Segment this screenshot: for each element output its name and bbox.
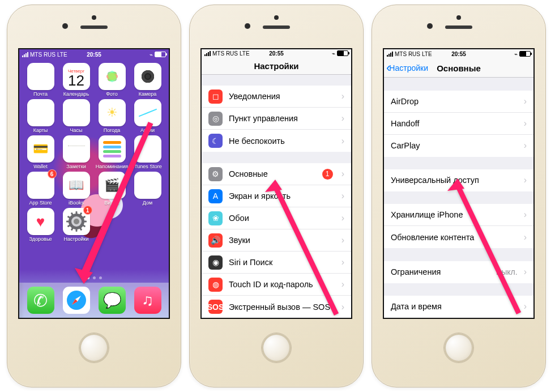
row-label: Дата и время <box>391 302 518 311</box>
wallet-icon <box>27 135 54 163</box>
chevron-right-icon: › <box>341 213 344 223</box>
app-clock[interactable]: Часы <box>58 99 94 133</box>
general-screen[interactable]: MTS RUSLTE 20:55 ⌁ ‹Настройки Основные A… <box>383 48 535 319</box>
control-center-icon: ◎ <box>208 112 223 126</box>
clock-icon <box>63 99 90 126</box>
dock-music[interactable] <box>134 287 161 314</box>
row-sounds[interactable]: 🔊Звуки› <box>202 229 351 252</box>
phone-general: MTS RUSLTE 20:55 ⌁ ‹Настройки Основные A… <box>372 5 546 387</box>
settings-screen[interactable]: MTS RUSLTE 20:55 ⌁ Настройки ◻Уведомлени… <box>200 48 352 319</box>
app-label: Wallet <box>33 164 48 169</box>
row-datetime[interactable]: Дата и время› <box>384 296 533 318</box>
row-accessibility[interactable]: Универсальный доступ› <box>384 169 533 191</box>
row-label: Siri и Поиск <box>229 258 335 267</box>
display-icon: A <box>208 189 223 203</box>
row-label: Handoff <box>391 119 518 128</box>
app-weather[interactable]: Погода <box>94 99 130 133</box>
row-label: Обновление контента <box>391 233 518 242</box>
app-appstore[interactable]: 6App Store <box>23 172 58 206</box>
app-label: Акции <box>140 127 155 133</box>
app-video[interactable]: Видео <box>94 172 130 206</box>
row-dnd[interactable]: ☾Не беспокоить› <box>202 130 351 152</box>
app-camera[interactable]: Камера <box>130 63 165 97</box>
app-itunes[interactable]: iTunes Store <box>130 135 165 169</box>
app-label: Фото <box>106 91 118 97</box>
dock-messages[interactable] <box>99 287 126 314</box>
maps-icon <box>27 99 54 126</box>
row-siri[interactable]: ◉Siri и Поиск› <box>202 252 351 274</box>
page-dots <box>19 276 169 279</box>
app-maps[interactable]: Карты <box>23 99 58 133</box>
home-button[interactable] <box>443 333 474 363</box>
signal-icon <box>22 52 28 57</box>
row-label: Пункт управления <box>229 114 335 123</box>
app-label: Календарь <box>63 91 89 97</box>
weather-icon <box>99 99 126 126</box>
chevron-right-icon: › <box>341 169 344 179</box>
signal-icon <box>204 51 211 56</box>
row-carplay[interactable]: CarPlay› <box>384 135 533 157</box>
svg-rect-11 <box>75 211 77 215</box>
chevron-right-icon: › <box>341 302 344 312</box>
status-bar: MTS RUSLTE 20:55 ⌁ <box>202 49 351 58</box>
chevron-right-icon: › <box>524 267 527 277</box>
row-general[interactable]: ⚙Основные1› <box>202 163 351 185</box>
row-label: Ограничения <box>391 267 490 276</box>
home-screen[interactable]: MTS RUS LTE 20:55 ⌁ ПочтаЧетверг12Календ… <box>18 48 170 319</box>
dock-safari[interactable] <box>63 287 90 314</box>
app-label: Камера <box>139 91 156 97</box>
row-sos[interactable]: SOSЭкстренный вызов — SOS› <box>202 296 351 318</box>
app-stocks[interactable]: Акции <box>130 99 165 133</box>
svg-rect-14 <box>83 221 87 223</box>
row-label: Не беспокоить <box>229 137 335 146</box>
app-label: Заметки <box>66 164 86 169</box>
app-label: Видео <box>104 200 119 206</box>
row-display[interactable]: AЭкран и яркость› <box>202 185 351 207</box>
app-label: Напоминания <box>96 164 128 169</box>
row-label: CarPlay <box>391 141 518 150</box>
dock-phone[interactable] <box>27 287 54 314</box>
app-wallet[interactable]: Wallet <box>23 135 58 169</box>
app-label: iTunes Store <box>133 164 162 169</box>
sos-icon: SOS <box>208 300 223 314</box>
row-wallpaper[interactable]: ❀Обои› <box>202 207 351 229</box>
chevron-right-icon: › <box>341 279 344 289</box>
app-settings[interactable]: 1Настройки <box>58 208 94 242</box>
row-handoff[interactable]: Handoff› <box>384 113 533 135</box>
row-label: Уведомления <box>229 92 335 101</box>
chevron-right-icon: › <box>341 257 344 267</box>
row-storage[interactable]: Хранилище iPhone› <box>384 204 533 226</box>
row-touchid[interactable]: ◍Touch ID и код-пароль› <box>202 274 351 296</box>
row-bgrefresh[interactable]: Обновление контента› <box>384 226 533 248</box>
app-notes[interactable]: Заметки <box>58 135 94 169</box>
row-restrictions[interactable]: ОграниченияВыкл.› <box>384 261 533 283</box>
home-button[interactable] <box>79 333 109 363</box>
chevron-right-icon: › <box>524 232 527 242</box>
row-control-center[interactable]: ◎Пункт управления› <box>202 108 351 130</box>
battery-icon <box>519 51 531 57</box>
row-notifications[interactable]: ◻Уведомления› <box>202 86 351 108</box>
badge: 1 <box>83 206 92 215</box>
signal-icon <box>387 52 393 57</box>
app-label: Настройки <box>63 236 88 242</box>
app-label: iBooks <box>69 200 84 206</box>
wallpaper-icon: ❀ <box>208 211 223 225</box>
app-label: Почта <box>33 91 48 97</box>
app-mail[interactable]: Почта <box>23 63 58 97</box>
row-airdrop[interactable]: AirDrop› <box>384 91 533 113</box>
app-reminders[interactable]: Напоминания <box>94 135 130 169</box>
app-photos[interactable]: Фото <box>94 63 130 97</box>
notifications-icon: ◻ <box>208 90 223 104</box>
app-label: App Store <box>29 200 52 206</box>
app-ibooks[interactable]: iBooks <box>58 172 94 206</box>
appstore-icon: 6 <box>27 172 54 199</box>
back-button[interactable]: ‹Настройки <box>386 63 428 73</box>
home-button[interactable] <box>261 333 292 363</box>
siri-icon: ◉ <box>208 255 223 270</box>
app-health[interactable]: Здоровье <box>23 208 58 242</box>
app-label: Дом <box>143 200 152 206</box>
app-home[interactable]: Дом <box>130 172 165 206</box>
itunes-icon <box>134 135 161 163</box>
app-calendar[interactable]: Четверг12Календарь <box>58 63 94 97</box>
app-label: Карты <box>33 127 48 133</box>
